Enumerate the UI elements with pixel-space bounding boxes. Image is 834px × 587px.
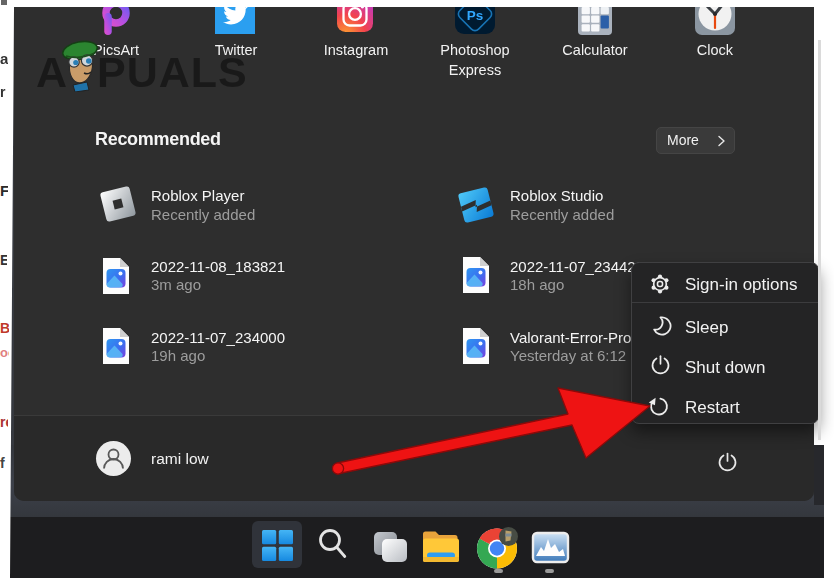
svg-text:Ps: Ps (467, 8, 484, 23)
